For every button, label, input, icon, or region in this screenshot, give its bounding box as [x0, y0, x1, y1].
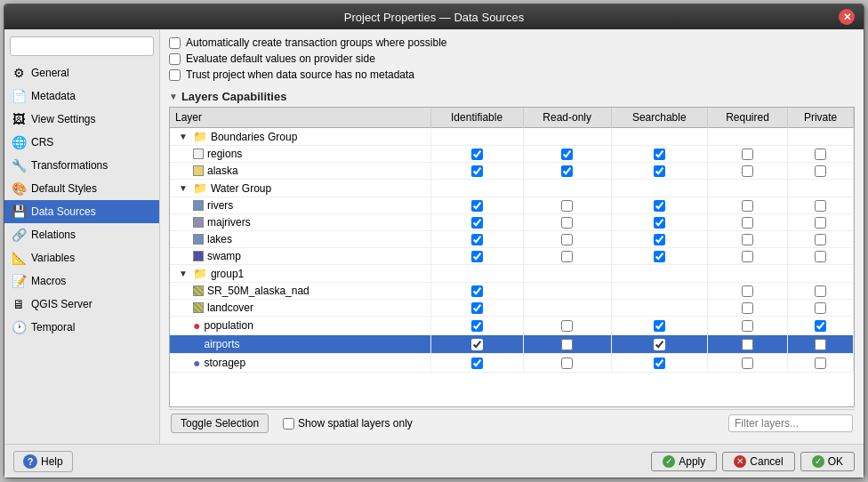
- identifiable-checkbox[interactable]: [471, 357, 483, 369]
- tree-arrow[interactable]: ▼: [179, 269, 188, 278]
- identifiable-checkbox[interactable]: [471, 285, 483, 297]
- searchable-checkbox[interactable]: [654, 234, 665, 245]
- close-button[interactable]: ✕: [839, 9, 855, 25]
- collapse-arrow[interactable]: ▼: [169, 92, 178, 101]
- sidebar-item-macros[interactable]: 📝 Macros: [4, 269, 159, 293]
- sidebar-item-data-sources[interactable]: 💾 Data Sources: [4, 200, 159, 223]
- checkbox-eval-defaults: Evaluate default values on provider side: [169, 52, 855, 65]
- required-checkbox[interactable]: [742, 234, 753, 245]
- searchable-checkbox[interactable]: [654, 165, 665, 177]
- required-checkbox[interactable]: [742, 217, 753, 229]
- table-footer: Toggle Selection Show spatial layers onl…: [169, 409, 855, 437]
- apply-button[interactable]: ✓ Apply: [651, 452, 717, 471]
- sidebar-search-input[interactable]: [10, 36, 154, 56]
- folder-icon: 📁: [193, 267, 207, 280]
- searchable-checkbox[interactable]: [654, 357, 665, 369]
- required-checkbox[interactable]: [742, 165, 753, 177]
- searchable-checkbox[interactable]: [654, 200, 665, 212]
- readonly-checkbox[interactable]: [561, 357, 573, 369]
- required-checkbox[interactable]: [742, 251, 753, 262]
- required-checkbox[interactable]: [742, 302, 753, 314]
- trust-project-label: Trust project when data source has no me…: [186, 68, 414, 81]
- private-checkbox[interactable]: [815, 149, 826, 160]
- ok-button[interactable]: ✓ OK: [800, 452, 855, 471]
- layer-name-text: swamp: [207, 250, 241, 262]
- toggle-selection-button[interactable]: Toggle Selection: [171, 414, 269, 433]
- readonly-checkbox[interactable]: [561, 217, 573, 229]
- private-checkbox[interactable]: [815, 302, 826, 314]
- identifiable-checkbox[interactable]: [471, 320, 483, 332]
- trust-project-checkbox[interactable]: [169, 69, 181, 81]
- sidebar-label-transformations: Transformations: [31, 159, 108, 172]
- sidebar-item-general[interactable]: ⚙ General: [4, 61, 159, 84]
- private-checkbox[interactable]: [815, 217, 826, 229]
- layer-name-text: SR_50M_alaska_nad: [207, 285, 309, 297]
- sidebar-item-metadata[interactable]: 📄 Metadata: [4, 84, 159, 108]
- identifiable-checkbox[interactable]: [471, 149, 483, 160]
- searchable-checkbox[interactable]: [654, 217, 665, 229]
- identifiable-checkbox[interactable]: [471, 339, 483, 350]
- table-row: ●storagep: [170, 354, 854, 373]
- apply-label: Apply: [679, 455, 705, 468]
- layers-table-container[interactable]: Layer Identifiable Read-only Searchable …: [169, 107, 855, 407]
- sidebar-item-variables[interactable]: 📐 Variables: [4, 246, 159, 269]
- ok-icon: ✓: [812, 455, 824, 468]
- identifiable-checkbox[interactable]: [471, 234, 483, 245]
- readonly-checkbox[interactable]: [561, 320, 573, 332]
- cancel-icon: ✕: [734, 455, 746, 468]
- tree-arrow[interactable]: ▼: [179, 132, 188, 141]
- searchable-checkbox[interactable]: [654, 251, 665, 262]
- auto-transaction-checkbox[interactable]: [169, 37, 181, 49]
- tree-arrow[interactable]: ▼: [179, 183, 188, 193]
- private-checkbox[interactable]: [815, 339, 826, 350]
- filter-layers-input[interactable]: [728, 414, 853, 432]
- sidebar: ⚙ General 📄 Metadata 🖼 View Settings 🌐 C…: [4, 29, 160, 444]
- required-checkbox[interactable]: [742, 320, 753, 332]
- identifiable-checkbox[interactable]: [471, 251, 483, 262]
- private-checkbox[interactable]: [815, 357, 826, 369]
- layer-color-icon: [193, 165, 204, 176]
- required-checkbox[interactable]: [742, 357, 753, 369]
- private-checkbox[interactable]: [815, 251, 826, 262]
- identifiable-checkbox[interactable]: [471, 217, 483, 229]
- identifiable-checkbox[interactable]: [471, 200, 483, 212]
- layer-name-text: landcover: [207, 301, 253, 314]
- identifiable-checkbox[interactable]: [471, 165, 483, 177]
- required-checkbox[interactable]: [742, 285, 753, 297]
- searchable-checkbox[interactable]: [654, 149, 665, 160]
- main-panel: Automatically create transaction groups …: [160, 29, 864, 444]
- readonly-checkbox[interactable]: [561, 251, 573, 262]
- help-icon: ?: [23, 454, 37, 469]
- private-checkbox[interactable]: [815, 200, 826, 212]
- sidebar-item-temporal[interactable]: 🕐 Temporal: [4, 316, 159, 339]
- sidebar-item-default-styles[interactable]: 🎨 Default Styles: [4, 177, 159, 200]
- eval-defaults-checkbox[interactable]: [169, 53, 181, 65]
- private-checkbox[interactable]: [815, 234, 826, 245]
- searchable-checkbox[interactable]: [654, 339, 665, 350]
- readonly-checkbox[interactable]: [561, 200, 573, 212]
- readonly-checkbox[interactable]: [561, 149, 573, 160]
- private-checkbox[interactable]: [815, 165, 826, 177]
- cancel-button[interactable]: ✕ Cancel: [722, 452, 794, 471]
- help-button[interactable]: ? Help: [13, 451, 73, 472]
- show-spatial-checkbox[interactable]: [283, 418, 294, 430]
- required-checkbox[interactable]: [742, 339, 753, 350]
- readonly-checkbox[interactable]: [561, 165, 573, 177]
- sidebar-item-qgis-server[interactable]: 🖥 QGIS Server: [4, 293, 159, 316]
- required-checkbox[interactable]: [742, 149, 753, 160]
- sidebar-item-relations[interactable]: 🔗 Relations: [4, 223, 159, 246]
- identifiable-checkbox[interactable]: [471, 302, 483, 314]
- readonly-checkbox[interactable]: [561, 339, 573, 350]
- sidebar-label-relations: Relations: [31, 229, 76, 241]
- searchable-checkbox[interactable]: [654, 320, 665, 332]
- folder-icon: 📁: [193, 130, 207, 143]
- private-checkbox[interactable]: [815, 320, 826, 332]
- sidebar-item-transformations[interactable]: 🔧 Transformations: [4, 154, 159, 177]
- general-icon: ⚙: [12, 66, 26, 80]
- sidebar-item-view-settings[interactable]: 🖼 View Settings: [4, 108, 159, 131]
- readonly-checkbox[interactable]: [561, 234, 573, 245]
- sidebar-item-crs[interactable]: 🌐 CRS: [4, 131, 159, 154]
- col-private: Private: [788, 108, 854, 128]
- private-checkbox[interactable]: [815, 285, 826, 297]
- required-checkbox[interactable]: [742, 200, 753, 212]
